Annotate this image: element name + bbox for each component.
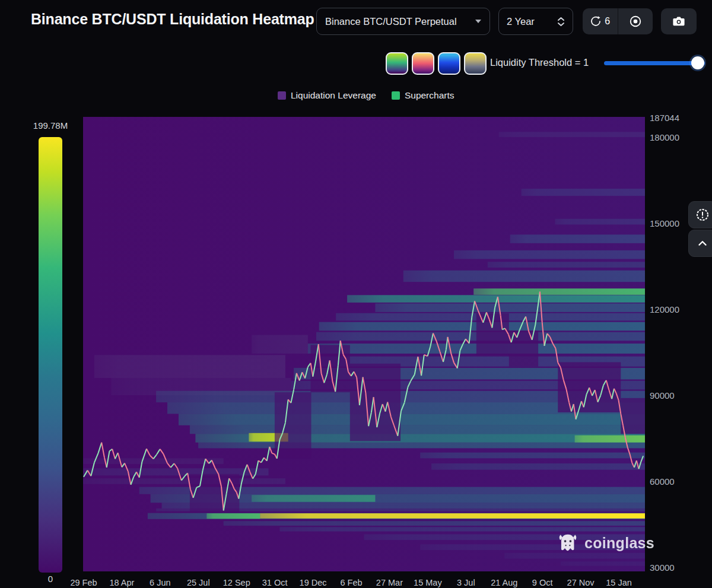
x-tick-label: 21 Aug [484, 578, 525, 587]
slider-knob[interactable] [691, 56, 704, 69]
timeframe-select[interactable]: 2 Year [498, 8, 573, 35]
legend-label: Liquidation Leverage [291, 90, 376, 101]
chevron-down-icon [557, 22, 565, 27]
liquidation-heatmap-page: Binance BTC/USDT Liquidation Heatmap Bin… [0, 0, 712, 588]
liquidity-threshold-slider[interactable] [604, 61, 705, 65]
symbol-select-value: Binance BTC/USDT Perpetual [325, 16, 457, 27]
x-tick-label: 9 Oct [522, 578, 563, 587]
x-tick-label: 15 Jan [598, 578, 640, 587]
refresh-icon [590, 15, 602, 27]
legend-item-supercharts[interactable]: Supercharts [392, 90, 454, 101]
y-tick-label: 180000 [650, 132, 709, 142]
y-tick-label: 90000 [650, 390, 709, 401]
coinglass-watermark: coinglass [557, 532, 654, 554]
chevron-down-icon [475, 20, 481, 23]
y-tick-label: 187044 [650, 113, 709, 123]
spinner-icons [557, 17, 565, 27]
x-tick-label: 31 Oct [254, 578, 295, 587]
x-tick-label: 27 Mar [368, 578, 410, 587]
refresh-count: 6 [605, 16, 610, 27]
colorbar-max-label: 199.78M [27, 120, 74, 131]
badge-exclamation-icon [695, 208, 710, 222]
symbol-select[interactable]: Binance BTC/USDT Perpetual [316, 8, 490, 35]
chevron-up-icon [696, 237, 709, 250]
chart-legend: Liquidation Leverage Supercharts [278, 90, 454, 101]
scroll-top-button[interactable] [688, 230, 712, 257]
legend-swatch-purple [278, 91, 286, 100]
page-title: Binance BTC/USDT Liquidation Heatmap [31, 11, 314, 28]
x-tick-label: 25 Jul [177, 578, 219, 587]
liquidity-threshold-label: Liquidity Threshold = 1 [490, 57, 589, 68]
coinglass-bull-icon [557, 532, 579, 554]
palette-swatch-gray-yellow[interactable] [464, 52, 487, 75]
alert-badge-button[interactable] [688, 201, 712, 228]
x-tick-label: 29 Feb [63, 578, 104, 587]
y-tick-label: 120000 [650, 304, 709, 314]
x-tick-label: 15 May [407, 578, 449, 587]
legend-item-liquidation-leverage[interactable]: Liquidation Leverage [278, 90, 376, 101]
refresh-button[interactable]: 6 [583, 8, 618, 34]
palette-swatch-magma[interactable] [412, 52, 434, 75]
liquidation-heatmap-canvas[interactable] [83, 117, 645, 571]
legend-swatch-green [392, 91, 400, 100]
x-tick-label: 6 Jun [139, 578, 181, 587]
record-icon [629, 15, 642, 28]
y-tick-label: 60000 [650, 476, 709, 487]
x-tick-label: 19 Dec [293, 578, 334, 587]
watermark-text: coinglass [584, 535, 654, 552]
x-tick-label: 18 Apr [101, 578, 142, 587]
palette-swatch-blue[interactable] [438, 52, 460, 75]
camera-icon [672, 14, 686, 28]
timeframe-value: 2 Year [507, 16, 535, 27]
x-tick-label: 27 Nov [560, 578, 602, 587]
colorbar [39, 137, 62, 573]
y-tick-label: 30000 [650, 562, 709, 572]
screenshot-button[interactable] [661, 8, 697, 34]
x-tick-label: 3 Jul [445, 578, 487, 587]
record-button[interactable] [618, 8, 653, 34]
chart-action-group: 6 [583, 8, 653, 34]
chevron-up-icon [557, 17, 565, 21]
x-tick-label: 12 Sep [216, 578, 258, 587]
legend-label: Supercharts [405, 90, 454, 101]
x-tick-label: 6 Feb [330, 578, 372, 587]
palette-swatch-viridis[interactable] [386, 52, 408, 75]
